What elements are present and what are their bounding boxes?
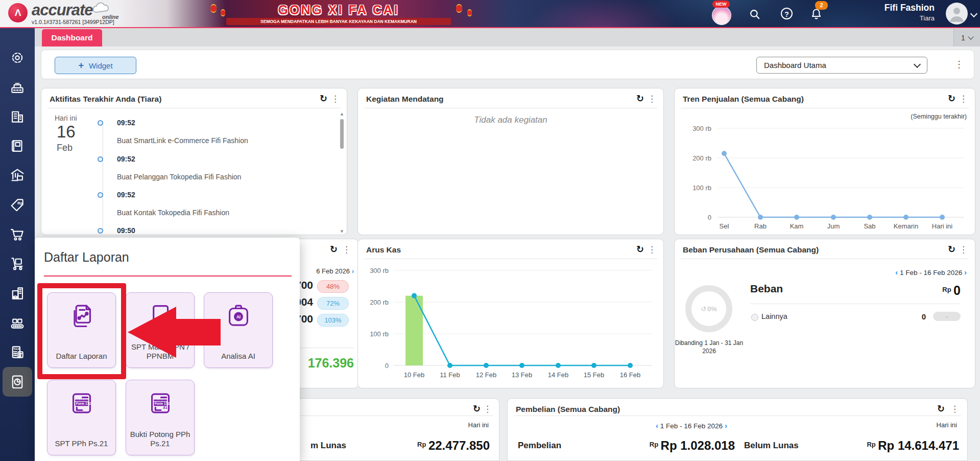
currency-label: Rp: [867, 441, 875, 448]
profile-chevron-down-icon[interactable]: [970, 10, 977, 17]
activity-description[interactable]: Buat Kontak Tokopedia Fifi Fashion: [117, 209, 229, 217]
activity-description[interactable]: Buat SmartLink e-Commerce Fifi Fashion: [117, 136, 248, 145]
activity-date-month: Feb: [57, 143, 73, 153]
sidebar-item-reports[interactable]: [3, 367, 32, 397]
accurate-logo-icon[interactable]: Λ: [8, 3, 28, 22]
sidebar-item-tax[interactable]: TAX: [6, 341, 29, 363]
sidebar-item-bank[interactable]: [6, 164, 29, 187]
kebab-menu-icon[interactable]: ⋮: [648, 244, 656, 255]
search-icon[interactable]: [748, 8, 761, 21]
metric-label-fragment: m Lunas: [310, 441, 346, 451]
notification-count-badge: 2: [815, 1, 828, 10]
sidebar-item-purchase-cart[interactable]: [6, 223, 29, 246]
metric-value: Rp Rp 1.028.018: [650, 439, 735, 453]
metric-label: Belum Lunas: [744, 441, 799, 451]
help-icon[interactable]: ?: [781, 8, 793, 19]
metric-label: Pembelian: [518, 441, 561, 451]
sales-trend-card: Tren Penjualan (Semua Cabang) ↻ ⋮ (Semin…: [674, 88, 975, 235]
sidebar-item-price-tag[interactable]: Rp: [6, 194, 29, 216]
activity-description[interactable]: Buat Pelanggan Tokopedia Fifi Fashion: [117, 173, 241, 181]
upcoming-events-card: Kegiatan Mendatang ↻ ⋮ Tidak ada kegiata…: [357, 88, 664, 235]
dashboard-selector[interactable]: Dashboard Utama: [756, 57, 927, 74]
sidebar-item-sales-register[interactable]: [6, 76, 29, 99]
popup-title-underline: [44, 275, 292, 276]
expense-total-value: 0: [953, 283, 961, 297]
date-fragment-text: 6 Feb 2026: [316, 267, 350, 275]
svg-text:300 rb: 300 rb: [692, 125, 711, 132]
scrollbar-thumb[interactable]: [340, 119, 344, 149]
scroll-up-icon[interactable]: ▲: [340, 112, 344, 116]
refresh-icon[interactable]: ↻: [948, 93, 955, 104]
refresh-icon[interactable]: ↻: [948, 244, 955, 255]
chevron-right-icon[interactable]: ›: [964, 268, 967, 276]
inventory-icon: [9, 255, 26, 272]
date-range-text: 1 Feb - 16 Feb 2026: [900, 269, 962, 276]
refresh-icon[interactable]: ↻: [636, 244, 644, 255]
scrollbar[interactable]: ▲ ▼: [340, 112, 344, 234]
legend-radio-icon: [751, 314, 758, 321]
form-1721-icon: Form 1721: [67, 388, 97, 418]
sidebar-item-assets[interactable]: [6, 282, 29, 305]
sidebar-item-ledger-book[interactable]: [6, 135, 29, 157]
tab-dashboard[interactable]: Dashboard: [42, 29, 102, 47]
divider: [750, 304, 961, 304]
svg-text:Rp: Rp: [17, 201, 23, 205]
svg-text:200 rb: 200 rb: [370, 298, 389, 306]
refresh-icon[interactable]: ↻: [320, 93, 327, 104]
date-range-fragment[interactable]: 6 Feb 2026 ›: [316, 267, 354, 275]
popup-title: Daftar Laporan: [44, 250, 129, 265]
tile-label: SPT Masa PPN / PPNBM: [129, 342, 191, 362]
kebab-menu-icon[interactable]: ⋮: [331, 94, 340, 104]
chevron-right-icon[interactable]: ›: [352, 267, 354, 275]
settings-icon: [9, 49, 26, 66]
sales-trend-subtitle: (Seminggu terakhir): [911, 113, 967, 120]
svg-text:Hari ini: Hari ini: [932, 222, 953, 230]
popup-tile-ai-analysis[interactable]: AIAnalisa AI: [204, 292, 273, 368]
lantern-icon: [210, 4, 217, 13]
kebab-menu-icon[interactable]: ⋮: [342, 244, 351, 255]
kebab-menu-icon[interactable]: ⋮: [483, 404, 492, 414]
timeline-dot-icon: [98, 120, 103, 126]
popup-tile-form-1721-a1[interactable]: Form 1721A1Bukti Potong PPh Ps.21: [126, 380, 195, 455]
tax-icon: TAX: [9, 343, 26, 361]
sidebar-item-manufacture[interactable]: [6, 311, 29, 334]
chevron-right-icon[interactable]: ›: [725, 421, 727, 430]
sidebar-item-settings[interactable]: [6, 47, 29, 69]
expense-card-title: Beban Perusahaan (Semua Cabang): [683, 245, 819, 255]
lantern-icon: [221, 9, 225, 16]
chevron-left-icon[interactable]: ‹: [895, 268, 898, 276]
kebab-menu-icon[interactable]: ⋮: [959, 244, 968, 255]
toolbar-kebab-menu[interactable]: ⋮: [954, 59, 964, 70]
kebab-menu-icon[interactable]: ⋮: [950, 404, 959, 414]
svg-text:Form 1721: Form 1721: [154, 402, 171, 405]
activity-time: 09:50: [117, 226, 135, 235]
sidebar-item-company[interactable]: [6, 105, 29, 128]
svg-text:12 Feb: 12 Feb: [476, 371, 496, 379]
mascot-icon[interactable]: [712, 6, 731, 25]
scroll-down-icon[interactable]: ▼: [340, 229, 344, 234]
popup-tile-form-doc[interactable]: SPT Masa PPN / PPNBM: [126, 292, 195, 368]
date-range-picker[interactable]: ‹ 1 Feb - 16 Feb 2026 ›: [895, 268, 967, 276]
refresh-icon[interactable]: ↻: [937, 403, 945, 414]
activity-date-day: 16: [57, 122, 76, 142]
user-avatar[interactable]: [946, 3, 968, 25]
sales-summary-card: ↻ ⋮ Hari ini m Lunas Rp 22.477.850: [286, 398, 499, 461]
price-tag-icon: Rp: [9, 196, 26, 214]
kebab-menu-icon[interactable]: ⋮: [648, 94, 656, 104]
expense-donut-chart: ↺ 0%: [685, 285, 732, 332]
sales-register-icon: [9, 79, 26, 96]
sidebar-item-inventory[interactable]: [6, 252, 29, 275]
popup-tile-report-list[interactable]: Daftar Laporan: [47, 292, 116, 368]
refresh-icon[interactable]: ↻: [636, 93, 644, 104]
cash-flow-title: Arus Kas: [366, 245, 401, 255]
festive-banner-subtitle: SEMOGA MENDAPATKAN LEBIH BANYAK KEKAYAAN…: [226, 18, 451, 25]
add-widget-button[interactable]: + Widget: [55, 57, 136, 74]
date-range-picker[interactable]: ‹ 1 Feb - 16 Feb 2026 ›: [656, 421, 727, 430]
popup-tile-form-1721[interactable]: Form 1721SPT PPh Ps.21: [47, 380, 116, 455]
refresh-icon[interactable]: ↻: [473, 403, 481, 414]
chevron-left-icon[interactable]: ‹: [656, 421, 658, 430]
refresh-icon[interactable]: ↻: [330, 244, 338, 255]
company-icon: [9, 108, 26, 125]
window-count-control[interactable]: 1: [953, 29, 980, 47]
kebab-menu-icon[interactable]: ⋮: [959, 94, 968, 104]
